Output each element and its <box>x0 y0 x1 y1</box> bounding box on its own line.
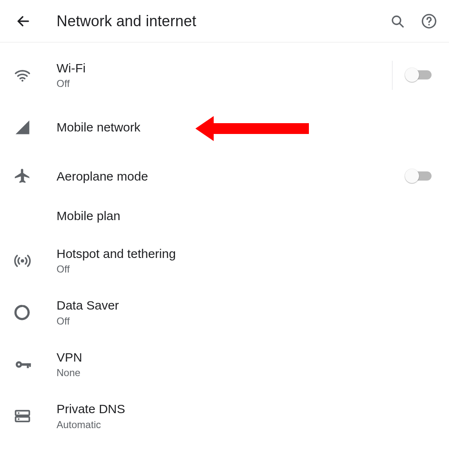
svg-rect-10 <box>29 363 31 367</box>
row-wifi[interactable]: Wi-Fi Off <box>0 49 449 102</box>
settings-list: Wi-Fi Off Mobile network <box>0 42 449 442</box>
row-mobile-plan-text: Mobile plan <box>57 209 381 223</box>
help-icon <box>421 13 437 30</box>
row-private-dns[interactable]: Private DNS Automatic <box>0 390 449 442</box>
row-private-dns-label: Private DNS <box>57 402 381 416</box>
svg-line-2 <box>400 23 403 27</box>
row-wifi-text: Wi-Fi Off <box>57 61 381 90</box>
svg-point-6 <box>21 259 24 263</box>
airplane-icon <box>10 167 57 186</box>
toggle-divider <box>392 61 392 90</box>
row-hotspot-text: Hotspot and tethering Off <box>57 247 381 275</box>
row-aeroplane-label: Aeroplane mode <box>57 169 381 184</box>
arrow-left-head-icon <box>195 116 214 141</box>
svg-point-14 <box>18 412 20 414</box>
arrow-shaft-icon <box>213 123 309 134</box>
row-wifi-right <box>381 61 439 90</box>
row-private-dns-sub: Automatic <box>57 419 381 431</box>
svg-rect-13 <box>16 417 30 421</box>
dns-icon <box>10 407 57 425</box>
row-vpn-sub: None <box>57 367 381 379</box>
svg-rect-9 <box>27 363 29 368</box>
search-button[interactable] <box>387 11 407 31</box>
row-mobile-network[interactable]: Mobile network <box>0 102 449 156</box>
row-aeroplane-right <box>381 171 439 181</box>
page-title: Network and internet <box>57 12 387 30</box>
aeroplane-toggle[interactable] <box>407 171 432 181</box>
row-data-saver[interactable]: Data Saver Off <box>0 287 449 339</box>
back-button[interactable] <box>13 11 33 31</box>
row-vpn-label: VPN <box>57 350 381 365</box>
row-data-saver-text: Data Saver Off <box>57 298 381 327</box>
row-data-saver-label: Data Saver <box>57 298 381 313</box>
svg-point-11 <box>18 363 20 365</box>
data-saver-icon <box>10 304 57 321</box>
row-hotspot-sub: Off <box>57 263 381 275</box>
wifi-toggle[interactable] <box>407 70 432 80</box>
app-bar: Network and internet <box>0 0 449 42</box>
row-aeroplane-text: Aeroplane mode <box>57 169 381 184</box>
hotspot-icon <box>10 252 57 270</box>
row-wifi-sub: Off <box>57 78 381 89</box>
annotation-arrow <box>195 116 309 141</box>
cellular-icon <box>10 118 57 136</box>
app-bar-actions <box>387 11 439 31</box>
help-button[interactable] <box>419 11 439 31</box>
svg-point-5 <box>22 79 24 82</box>
row-data-saver-sub: Off <box>57 315 381 327</box>
arrow-left-icon <box>16 14 31 29</box>
svg-point-15 <box>18 419 20 420</box>
row-vpn-text: VPN None <box>57 350 381 379</box>
row-aeroplane-mode[interactable]: Aeroplane mode <box>0 156 449 197</box>
row-private-dns-text: Private DNS Automatic <box>57 402 381 431</box>
row-vpn[interactable]: VPN None <box>0 339 449 391</box>
wifi-icon <box>10 66 57 84</box>
vpn-key-icon <box>10 355 57 374</box>
search-icon <box>390 14 405 29</box>
row-mobile-plan-label: Mobile plan <box>57 209 381 223</box>
row-hotspot-label: Hotspot and tethering <box>57 247 381 261</box>
row-wifi-label: Wi-Fi <box>57 61 381 76</box>
row-hotspot[interactable]: Hotspot and tethering Off <box>0 235 449 287</box>
row-mobile-plan[interactable]: Mobile plan <box>0 197 449 235</box>
svg-rect-12 <box>16 411 30 415</box>
svg-point-4 <box>428 24 430 25</box>
